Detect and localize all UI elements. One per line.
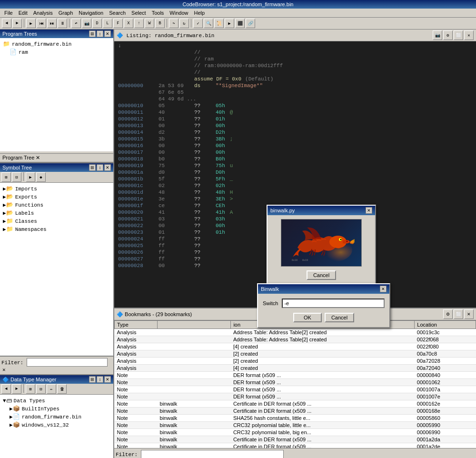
symbol-tree-btn1[interactable]: ⊞ <box>89 164 96 171</box>
menu-search[interactable]: Search <box>107 10 128 16</box>
table-row[interactable]: Note binwalk Certificate in DER format (… <box>115 400 476 408</box>
menu-navigation[interactable]: Navigation <box>76 10 106 16</box>
symbol-tree-close[interactable]: ✕ <box>104 164 111 171</box>
bookmarks-maximize[interactable]: ⬜ <box>454 309 463 319</box>
table-row[interactable]: Analysis [4] created 00a72040 <box>115 365 476 372</box>
tb-analyze[interactable]: 🔍 <box>204 19 213 28</box>
sym-tb-btn4[interactable]: ◆ <box>36 172 46 182</box>
table-row[interactable]: Note binwalk SHA256 hash constants, litt… <box>115 415 476 422</box>
dtm-windows[interactable]: ▶ 📦 windows_vs12_32 <box>2 421 111 429</box>
table-row[interactable]: Note binwalk Certificate in DER format (… <box>115 408 476 415</box>
tb-connect[interactable]: 🔗 <box>246 19 255 28</box>
dtm-tb-btn4[interactable]: 🗑 <box>57 384 67 394</box>
tb-script[interactable]: 📜 <box>214 19 224 28</box>
bookmarks-table[interactable]: Type ion Location Analysis Address Table… <box>114 320 476 448</box>
menu-window[interactable]: Window <box>167 10 190 16</box>
program-tree-tab[interactable]: Program Tree ✕ <box>0 153 113 162</box>
tb-snap[interactable]: 📷 <box>82 19 91 28</box>
dtm-tb-btn2[interactable]: ⊟ <box>36 384 46 394</box>
table-row[interactable]: Analysis Address Table: Address Table[2]… <box>115 329 476 336</box>
dtm-tb-btn1[interactable]: ⊞ <box>26 384 35 394</box>
program-trees-expand[interactable]: ↕ <box>97 30 103 37</box>
binwalk-ok-btn[interactable]: OK <box>293 313 322 322</box>
filter-input[interactable] <box>27 358 108 367</box>
tb-redo1[interactable]: ↷ <box>169 19 178 28</box>
tree-item-ram[interactable]: 📄 ram <box>2 48 111 56</box>
table-row[interactable]: Analysis Address Table: Address Table[2]… <box>115 336 476 343</box>
dtm-tb-back[interactable]: ◄ <box>1 384 11 394</box>
tb-back[interactable]: ◄ <box>2 19 11 28</box>
listing-snap[interactable]: 📷 <box>433 30 442 40</box>
listing-settings[interactable]: ⚙ <box>443 30 453 40</box>
tb-run[interactable]: ▶ <box>225 19 234 28</box>
bookmarks-filter-input[interactable] <box>141 450 284 458</box>
dtm-tb-btn3[interactable]: ✏ <box>47 384 56 394</box>
tb-btn1[interactable]: ▶ <box>26 19 36 28</box>
tb-b[interactable]: B <box>155 19 165 28</box>
table-row[interactable]: Note binwalk Certificate in DER format (… <box>115 436 476 443</box>
table-row[interactable]: Note DER format (x509 ... 0001007a <box>115 386 476 393</box>
program-trees-close[interactable]: ✕ <box>104 30 111 37</box>
binwalk-py-dialog[interactable]: binwalk.py ✕ <box>267 205 376 285</box>
table-row[interactable]: Analysis [4] created 0022f080 <box>115 343 476 350</box>
tb-btn4[interactable]: ⏸ <box>58 19 67 28</box>
filter-clear[interactable]: ✕ <box>2 367 6 373</box>
binwalk-switch-input[interactable] <box>282 299 385 308</box>
sym-labels[interactable]: ▶ 📂 Labels <box>2 209 111 217</box>
tb-xref[interactable]: X <box>124 19 133 28</box>
binwalk-py-cancel-btn[interactable]: Cancel <box>307 270 336 280</box>
tb-refs[interactable]: ↑ <box>134 19 144 28</box>
table-row[interactable]: Analysis [2] created 00a70c8 <box>115 350 476 358</box>
table-row[interactable]: Note DER format (x509 ... 00000840 <box>115 372 476 379</box>
dtm-firmware[interactable]: ▶ 📄 random_firmware.bin <box>2 413 111 421</box>
program-trees-new[interactable]: ⊞ <box>89 30 96 37</box>
menu-help[interactable]: Help <box>191 10 207 16</box>
bookmarks-close[interactable]: ✕ <box>464 309 474 319</box>
tb-redo2[interactable]: ↻ <box>179 19 189 28</box>
sym-namespaces[interactable]: ▶ 📁 Namespaces <box>2 225 111 233</box>
sym-exports[interactable]: ▶ 📂 Exports <box>2 193 111 201</box>
menu-select[interactable]: Select <box>129 10 149 16</box>
sym-tb-btn2[interactable]: ⊟ <box>12 172 21 182</box>
sym-tb-btn3[interactable]: ▶ <box>26 172 35 182</box>
tb-stop[interactable]: ⬛ <box>235 19 245 28</box>
tree-item-firmware[interactable]: 📁 random_firmware.bin <box>2 40 111 48</box>
tb-btn2[interactable]: ⏮ <box>37 19 46 28</box>
tb-check[interactable]: ✓ <box>193 19 203 28</box>
menu-file[interactable]: File <box>2 10 15 16</box>
sym-tb-btn1[interactable]: ⊞ <box>1 172 11 182</box>
tb-forward[interactable]: ► <box>12 19 22 28</box>
listing-close[interactable]: ✕ <box>464 30 474 40</box>
tb-decompile[interactable]: D <box>92 19 102 28</box>
listing-maximize[interactable]: ⬜ <box>454 30 463 40</box>
dtm-close[interactable]: ✕ <box>104 376 111 383</box>
sym-classes[interactable]: ▶ 📁 Classes <box>2 217 111 225</box>
table-row[interactable]: Note DER format (x509 ... 0001007e <box>115 393 476 400</box>
dtm-root[interactable]: ▼ 🗃 Data Types <box>2 397 111 405</box>
tb-btn3[interactable]: ⏭ <box>47 19 57 28</box>
menu-analysis[interactable]: Analysis <box>31 10 55 16</box>
sym-functions[interactable]: ▶ 📂 Functions <box>2 201 111 209</box>
table-row[interactable]: Note DER format (x509 ... 00001062 <box>115 379 476 386</box>
table-row[interactable]: Note binwalk CRC32 polynomial table, big… <box>115 429 476 436</box>
menu-graph[interactable]: Graph <box>56 10 76 16</box>
sym-imports[interactable]: ▶ 📂 Imports <box>2 185 111 193</box>
binwalk-input-close[interactable]: ✕ <box>380 286 387 292</box>
tb-w[interactable]: W <box>145 19 154 28</box>
bookmarks-settings[interactable]: ⚙ <box>443 309 453 319</box>
table-row[interactable]: Note binwalk CRC32 polynomial table, lit… <box>115 422 476 429</box>
menu-tools[interactable]: Tools <box>149 10 167 16</box>
table-row[interactable]: Note binwalk Certificate in DER format (… <box>115 443 476 448</box>
binwalk-input-dialog[interactable]: Binwalk ✕ Switch OK Cancel <box>257 283 390 328</box>
binwalk-py-close[interactable]: ✕ <box>366 207 372 214</box>
dtm-btn1[interactable]: ⊞ <box>89 376 96 383</box>
tb-undo[interactable]: ↶ <box>71 19 81 28</box>
dtm-tb-forward[interactable]: ► <box>12 384 21 394</box>
table-row[interactable]: Analysis [2] created 00a72028 <box>115 358 476 365</box>
dtm-builtin[interactable]: ▶ 📦 BuiltInTypes <box>2 405 111 413</box>
binwalk-cancel-btn[interactable]: Cancel <box>325 313 354 322</box>
tb-listing[interactable]: L <box>103 19 112 28</box>
tb-funcgraph[interactable]: F <box>113 19 123 28</box>
menu-edit[interactable]: Edit <box>16 10 30 16</box>
dtm-btn2[interactable]: ↕ <box>97 376 103 383</box>
